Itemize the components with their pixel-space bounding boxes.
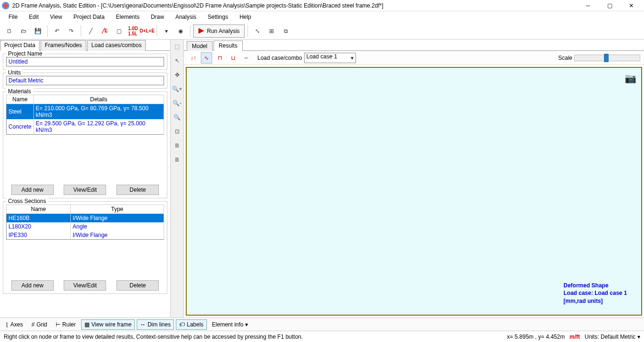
materials-view-button[interactable]: View/Edit [64,185,106,195]
table-row[interactable]: L180X20Angle [7,222,164,231]
materials-delete-button[interactable]: Delete [116,185,159,195]
group-project-name: Project Name [3,54,167,70]
play-icon [198,28,204,34]
result-shear-icon[interactable]: ⊔ [227,52,239,64]
draw-release-icon[interactable]: ╱E [98,24,111,38]
sections-table[interactable]: NameType HE160BI/Wide Flange L180X20Angl… [6,204,164,240]
left-panel: Project Data Frames/Nodes Load cases/com… [0,40,171,318]
result-axial-icon[interactable]: ⊓ [214,52,225,64]
redo-icon[interactable]: ↷ [65,24,78,38]
menu-edit[interactable]: Edit [24,12,43,22]
sections-delete-button[interactable]: Delete [116,280,159,291]
sections-add-button[interactable]: Add new [11,280,54,291]
copy-icon[interactable]: ⧉ [279,24,292,38]
table-row[interactable]: SteelE= 210.000 GPa, G= 80.769 GPa, γ= 7… [7,104,164,120]
results-table-icon[interactable]: ⊞ [265,24,278,38]
menu-analysis[interactable]: Analysis [171,12,201,22]
project-name-input[interactable] [6,57,164,66]
select-icon[interactable]: ⬚ [172,41,182,52]
open-file-icon[interactable]: 🗁 [17,24,30,38]
load-combo-icon[interactable]: 1.0D1.5L [126,24,140,38]
status-hint: Right click on node or frame to view det… [4,334,303,340]
materials-table[interactable]: NameDetails SteelE= 210.000 GPa, G= 80.7… [6,95,164,135]
element-info-dropdown[interactable]: Element info ▾ [209,319,252,330]
zoom-fit-icon[interactable]: 🔍 [172,112,182,122]
maximize-button[interactable]: ▢ [599,0,620,11]
sections-view-button[interactable]: View/Edit [64,280,106,291]
canvas-area: Model Results ↓↑ ∿ ⊓ ⊔ ∽ Load case/combo… [184,40,644,318]
units-label: Units [6,69,23,76]
export-dxf-icon[interactable]: 🗎 [172,140,182,151]
tab-load-cases[interactable]: Load cases/combos [87,40,146,51]
menu-elements[interactable]: Elements [111,12,144,22]
undo-icon[interactable]: ↶ [50,24,64,38]
title-bar: 2D Frame Analysis, Static Edition - [C:\… [0,0,644,11]
load-dle-icon[interactable]: D+L+E [140,24,154,38]
draw-member-icon[interactable]: ╱ [84,24,97,38]
toggle-grid[interactable]: # Grid [28,319,50,330]
results-diagram-icon[interactable]: ⤡ [251,24,264,38]
results-toolbar: ↓↑ ∿ ⊓ ⊔ ∽ Load case/combo Load case 1 S… [184,51,644,65]
menu-help[interactable]: Help [235,12,256,22]
window-title: 2D Frame Analysis, Static Edition - [C:\… [12,2,577,9]
project-name-label: Project Name [6,51,44,57]
result-moment-icon[interactable]: ∽ [240,52,252,64]
tab-frames-nodes[interactable]: Frames/Nodes [41,40,86,51]
run-label: Run Analysis [207,28,239,34]
zoom-out-icon[interactable]: 🔍- [172,98,182,108]
support-icon[interactable]: ▾ [160,24,173,38]
node-icon[interactable]: ◉ [174,24,187,38]
main-toolbar: 🗋 🗁 💾 ↶ ↷ ╱ ╱E ▢ 1.0D1.5L D+L+E ▾ ◉ Run … [0,23,644,40]
tab-results[interactable]: Results [214,41,243,51]
toggle-dimlines[interactable]: ↔ Dim lines [137,319,174,330]
save-file-icon[interactable]: 💾 [31,24,44,38]
toggle-ruler[interactable]: ⊢ Ruler [52,319,79,330]
menu-draw[interactable]: Draw [146,12,169,22]
left-tabs: Project Data Frames/Nodes Load cases/com… [0,40,170,51]
menu-project-data[interactable]: Project Data [69,12,109,22]
materials-label: Materials [6,88,33,95]
export-report-icon[interactable]: 🗎 [172,155,182,165]
group-units: Units [3,73,167,89]
bottom-toolbar: ⌊ Axes # Grid ⊢ Ruler ▦ View wire frame … [0,318,644,331]
zoom-in-icon[interactable]: 🔍+ [172,84,182,94]
scale-slider[interactable] [574,55,640,61]
menu-view[interactable]: View [45,12,67,22]
new-file-icon[interactable]: 🗋 [3,24,16,38]
status-bar: Right click on node or frame to view det… [0,331,644,342]
toggle-axes[interactable]: ⌊ Axes [3,319,26,330]
run-analysis-button[interactable]: Run Analysis [193,24,245,38]
menu-bar: File Edit View Project Data Elements Dra… [0,11,644,23]
sections-label: Cross Sections [6,198,48,204]
result-deformed-icon[interactable]: ∿ [201,52,212,64]
menu-settings[interactable]: Settings [203,12,233,22]
scale-label: Scale [558,55,572,61]
units-toggle-icon[interactable]: m/ft [570,334,580,340]
loadcase-label: Load case/combo [257,55,302,61]
toggle-wireframe[interactable]: ▦ View wire frame [81,319,135,330]
result-reactions-icon[interactable]: ↓↑ [188,52,199,64]
status-coords: x= 5.895m , y= 4.452m [507,334,565,340]
model-canvas[interactable]: 📷 Deformed Shape Load case: Load case 1 … [186,67,642,316]
status-units[interactable]: Units: Default Metric [585,334,636,340]
menu-file[interactable]: File [4,12,22,22]
app-icon [2,2,9,9]
materials-add-button[interactable]: Add new [11,185,54,195]
pan-icon[interactable]: ✥ [172,70,182,80]
canvas-caption: Deformed Shape Load case: Load case 1 [m… [563,282,627,305]
table-row[interactable]: IPE330I/Wide Flange [7,231,164,240]
zoom-area-icon[interactable]: ⊡ [172,126,182,137]
group-sections: Cross Sections NameType HE160BI/Wide Fla… [3,201,167,294]
close-button[interactable]: ✕ [620,0,642,11]
tab-project-data[interactable]: Project Data [0,40,40,51]
tab-model[interactable]: Model [187,41,213,51]
loadcase-select[interactable]: Load case 1 [304,53,356,63]
units-input[interactable] [6,76,164,85]
toggle-labels[interactable]: 🏷 Labels [176,319,206,330]
table-row[interactable]: ConcreteE= 29.500 GPa, G= 12.292 GPa, γ=… [7,119,164,135]
minimize-button[interactable]: ─ [577,0,599,11]
pointer-icon[interactable]: ↖ [172,56,182,66]
group-materials: Materials NameDetails SteelE= 210.000 GP… [3,91,167,198]
table-row[interactable]: HE160BI/Wide Flange [7,214,164,223]
draw-section-icon[interactable]: ▢ [112,24,125,38]
